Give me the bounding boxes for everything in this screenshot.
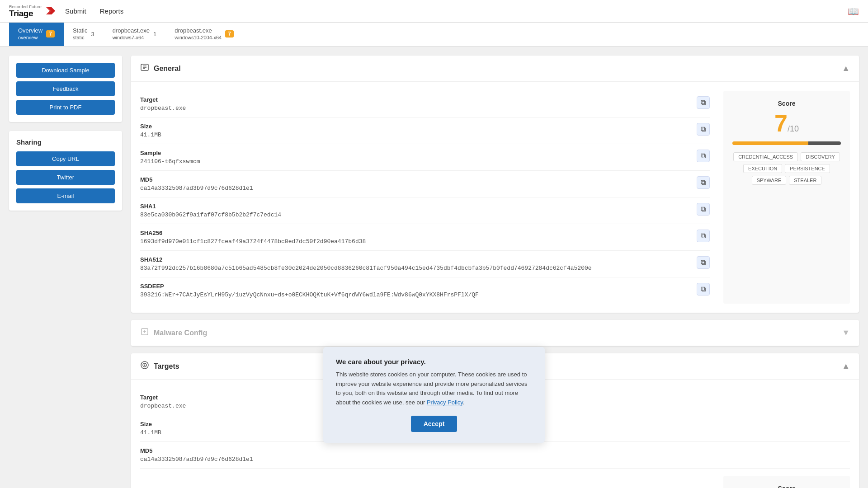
targets-collapse-icon[interactable]: ▲ <box>842 361 850 371</box>
malware-config-title-text: Malware Config <box>154 329 207 337</box>
field-sha512-value: 83a72f992dc257b16b8680a7c51b65ad5485cb8f… <box>140 265 691 272</box>
cookie-accept-button[interactable]: Accept <box>411 416 458 432</box>
brand-text: Recorded Future Triage <box>9 5 42 18</box>
field-sha256-left: SHA256 1693df9d970e011cf1c827fceaf49a372… <box>140 230 691 245</box>
field-size-value: 41.1MB <box>140 131 691 138</box>
field-target-label: Target <box>140 96 691 103</box>
score-panel: Score 7/10 CREDENTIAL_ACCESS DISCOVERY E… <box>723 91 850 304</box>
targets-title-text: Targets <box>154 362 179 371</box>
copy-sha256-button[interactable]: ⧉ <box>697 230 710 242</box>
general-content: Target dropbeast.exe ⧉ Size 41.1MB ⧉ <box>140 91 850 304</box>
copy-target-button[interactable]: ⧉ <box>697 96 710 109</box>
sidebar-actions-card: Download Sample Feedback Print to PDF <box>9 56 122 122</box>
malware-config-expand-icon[interactable]: ▼ <box>842 328 850 338</box>
tab-win7[interactable]: dropbeast.exewindows7-x64 1 <box>104 23 166 46</box>
copy-sample-button[interactable]: ⧉ <box>697 150 710 162</box>
tab-static-sublabel: static <box>73 35 85 40</box>
score-label: Score <box>732 100 841 107</box>
logo: Recorded Future Triage <box>9 5 56 18</box>
tag-discovery: DISCOVERY <box>801 152 840 161</box>
tag-spyware: SPYWARE <box>752 176 787 185</box>
nav-reports[interactable]: Reports <box>100 7 124 15</box>
field-sample-left: Sample 241106-t6qfxswmcm <box>140 150 691 165</box>
field-ssdeep-label: SSDEEP <box>140 283 691 290</box>
general-title: General <box>140 63 181 74</box>
cookie-title: We care about your privacy. <box>336 358 532 366</box>
tab-win7-count: 1 <box>153 31 156 38</box>
tab-overview[interactable]: Overviewoverview 7 <box>9 23 64 46</box>
download-sample-button[interactable]: Download Sample <box>16 63 115 78</box>
tab-win10[interactable]: dropbeast.exewindows10-2004-x64 7 <box>165 23 243 46</box>
tab-static[interactable]: Staticstatic 3 <box>64 23 104 46</box>
targets-md5-label: MD5 <box>140 447 850 454</box>
field-sha512-left: SHA512 83a72f992dc257b16b8680a7c51b65ad5… <box>140 256 691 272</box>
targets-md5-left: MD5 ca14a33325087ad3b97d9c76d628d1e1 <box>140 447 850 463</box>
sharing-title: Sharing <box>16 138 115 146</box>
field-sample-value: 241106-t6qfxswmcm <box>140 158 691 165</box>
general-header: General ▲ <box>131 56 859 82</box>
copy-url-button[interactable]: Copy URL <box>16 151 115 166</box>
targets-score-label: Score <box>732 485 841 488</box>
sidebar-sharing-card: Sharing Copy URL Twitter E-mail <box>9 131 122 211</box>
tab-overview-badge: 7 <box>46 30 55 38</box>
malware-config-header: Malware Config ▼ <box>131 320 859 346</box>
field-md5-value: ca14a33325087ad3b97d9c76d628d1e1 <box>140 185 691 192</box>
tab-win10-sublabel: windows10-2004-x64 <box>175 35 222 40</box>
email-button[interactable]: E-mail <box>16 188 115 203</box>
general-icon <box>140 63 149 74</box>
field-ssdeep-value: 393216:WEr+7CAtJyEsYLrH95y/1uzVyQcNnxu+d… <box>140 291 691 298</box>
main-nav: Submit Reports <box>65 7 137 15</box>
tab-static-count: 3 <box>91 31 94 38</box>
field-size: Size 41.1MB ⧉ <box>140 117 710 144</box>
svg-point-11 <box>144 365 146 366</box>
tag-stealer: STEALER <box>789 176 821 185</box>
svg-marker-1 <box>48 7 55 14</box>
general-collapse-icon[interactable]: ▲ <box>842 64 850 73</box>
print-pdf-button[interactable]: Print to PDF <box>16 100 115 115</box>
field-target: Target dropbeast.exe ⧉ <box>140 91 710 117</box>
tab-bar: Overviewoverview 7 Staticstatic 3 dropbe… <box>0 23 868 47</box>
tab-win10-badge: 7 <box>225 30 234 38</box>
copy-size-button[interactable]: ⧉ <box>697 123 710 136</box>
field-sha512: SHA512 83a72f992dc257b16b8680a7c51b65ad5… <box>140 251 710 277</box>
nav-submit[interactable]: Submit <box>65 7 86 15</box>
tab-overview-sublabel: overview <box>18 35 38 40</box>
header-right: 📖 <box>848 6 859 17</box>
field-ssdeep: SSDEEP 393216:WEr+7CAtJyEsYLrH95y/1uzVyQ… <box>140 277 710 304</box>
score-bar <box>732 141 841 145</box>
targets-icon <box>140 361 149 372</box>
general-fields: Target dropbeast.exe ⧉ Size 41.1MB ⧉ <box>140 91 710 304</box>
field-md5: MD5 ca14a33325087ad3b97d9c76d628d1e1 ⧉ <box>140 171 710 197</box>
copy-md5-button[interactable]: ⧉ <box>697 176 710 189</box>
score-display: 7/10 <box>732 112 841 135</box>
copy-sha1-button[interactable]: ⧉ <box>697 203 710 216</box>
field-target-left: Target dropbeast.exe <box>140 96 691 112</box>
cookie-privacy-link[interactable]: Privacy Policy <box>427 399 463 406</box>
field-target-value: dropbeast.exe <box>140 105 691 112</box>
cookie-banner: We care about your privacy. This website… <box>323 347 545 443</box>
targets-score-panel: Score 7/10 <box>723 476 850 488</box>
general-title-text: General <box>154 65 181 73</box>
general-section: General ▲ Target dropbeast.exe ⧉ <box>131 56 859 313</box>
twitter-button[interactable]: Twitter <box>16 170 115 185</box>
tab-win7-sublabel: windows7-x64 <box>113 35 144 40</box>
field-sha1-value: 83e5ca030b062f9a1faf07cf8b5b2b2f7c7edc14 <box>140 211 691 218</box>
score-bar-fill <box>732 141 808 145</box>
targets-md5-row: MD5 ca14a33325087ad3b97d9c76d628d1e1 <box>140 442 850 469</box>
book-icon[interactable]: 📖 <box>848 6 859 17</box>
field-size-label: Size <box>140 123 691 130</box>
tag-execution: EXECUTION <box>743 164 782 173</box>
header: Recorded Future Triage Submit Reports 📖 <box>0 0 868 23</box>
field-size-left: Size 41.1MB <box>140 123 691 138</box>
field-sample-label: Sample <box>140 150 691 156</box>
score-value: 7 <box>774 110 788 136</box>
brand-bottom: Triage <box>9 9 42 18</box>
copy-ssdeep-button[interactable]: ⧉ <box>697 283 710 296</box>
field-sample: Sample 241106-t6qfxswmcm ⧉ <box>140 144 710 171</box>
copy-sha512-button[interactable]: ⧉ <box>697 256 710 269</box>
cookie-text: This website stores cookies on your comp… <box>336 370 532 408</box>
malware-config-title: Malware Config <box>140 327 207 338</box>
feedback-button[interactable]: Feedback <box>16 81 115 96</box>
score-tags: CREDENTIAL_ACCESS DISCOVERY EXECUTION PE… <box>732 152 841 185</box>
field-md5-left: MD5 ca14a33325087ad3b97d9c76d628d1e1 <box>140 176 691 192</box>
